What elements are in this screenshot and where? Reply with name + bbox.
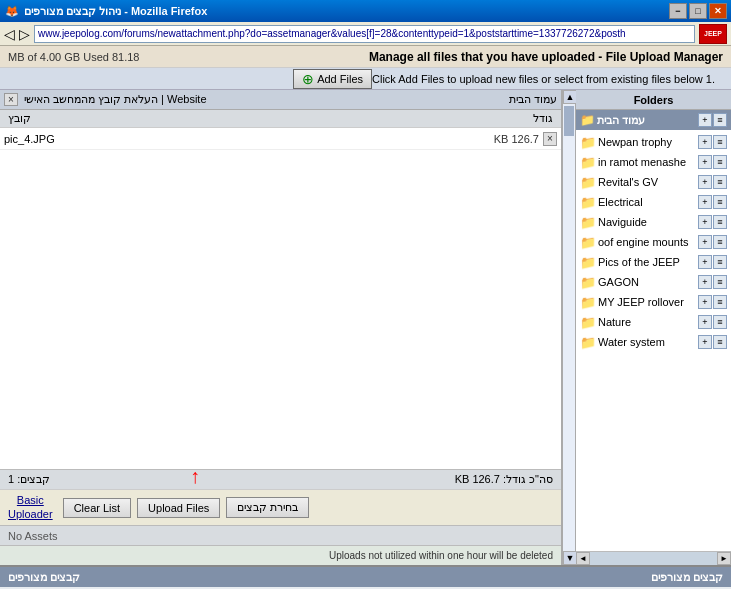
folder-item[interactable]: 📁 oof engine mounts + ≡ — [578, 232, 729, 252]
folder-menu-btn[interactable]: ≡ — [713, 255, 727, 269]
scroll-up-button[interactable]: ▲ — [563, 90, 577, 104]
firefox-icon: 🦊 — [4, 3, 20, 19]
file-sub-header: גודל קובץ — [0, 110, 561, 128]
add-files-button[interactable]: ⊕ Add Files — [293, 69, 372, 89]
folder-actions: + ≡ — [698, 113, 727, 127]
no-assets-text: No Assets — [8, 530, 58, 542]
folders-header: Folders — [576, 90, 731, 110]
basic-uploader-link[interactable]: Basic Uploader — [8, 494, 53, 520]
folder-item-actions: + ≡ — [698, 315, 727, 329]
home-folder-row[interactable]: 📁 עמוד הבית + ≡ — [576, 110, 731, 130]
folder-icon: 📁 — [580, 295, 596, 310]
file-count: קבצים: 1 — [8, 473, 50, 486]
home-folder-label: עמוד הבית — [597, 114, 645, 127]
folder-item[interactable]: 📁 Nature + ≡ — [578, 312, 729, 332]
address-bar: ◁ ▷ JEEP — [0, 22, 731, 46]
folder-item-actions: + ≡ — [698, 255, 727, 269]
no-assets-bar: No Assets — [0, 525, 561, 545]
folder-name: Naviguide — [598, 216, 647, 228]
folder-menu-btn[interactable]: ≡ — [713, 295, 727, 309]
folder-item-left: 📁 Revital's GV — [580, 175, 658, 190]
folder-expand-btn[interactable]: + — [698, 235, 712, 249]
folder-expand-button[interactable]: + — [698, 113, 712, 127]
folder-item-left: 📁 Pics of the JEEP — [580, 255, 680, 270]
folder-item-actions: + ≡ — [698, 215, 727, 229]
folder-item-actions: + ≡ — [698, 275, 727, 289]
folder-menu-btn[interactable]: ≡ — [713, 335, 727, 349]
folder-item[interactable]: 📁 Pics of the JEEP + ≡ — [578, 252, 729, 272]
total-size: סה"כ גודל: KB 126.7 — [455, 473, 553, 486]
folder-item[interactable]: 📁 Water system + ≡ — [578, 332, 729, 352]
folder-name: Water system — [598, 336, 665, 348]
folder-expand-btn[interactable]: + — [698, 195, 712, 209]
folder-name: Newpan trophy — [598, 136, 672, 148]
folder-item[interactable]: 📁 Naviguide + ≡ — [578, 212, 729, 232]
folder-icon: 📁 — [580, 175, 596, 190]
choose-files-button[interactable]: בחירת קבצים — [226, 497, 309, 518]
folder-expand-btn[interactable]: + — [698, 155, 712, 169]
folder-item[interactable]: 📁 Revital's GV + ≡ — [578, 172, 729, 192]
folders-panel: Folders 📁 עמוד הבית + ≡ 📁 Newpan trophy — [576, 90, 731, 565]
folder-expand-btn[interactable]: + — [698, 135, 712, 149]
folder-menu-btn[interactable]: ≡ — [713, 155, 727, 169]
close-button[interactable]: ✕ — [709, 3, 727, 19]
folder-icon: 📁 — [580, 155, 596, 170]
folder-action-button[interactable]: ≡ — [713, 113, 727, 127]
folder-menu-btn[interactable]: ≡ — [713, 215, 727, 229]
scroll-bottom-track — [590, 552, 717, 565]
folder-item-left: 📁 Newpan trophy — [580, 135, 672, 150]
folder-menu-btn[interactable]: ≡ — [713, 135, 727, 149]
main-area: MB of 4.00 GB Used 81.18 Manage all file… — [0, 46, 731, 565]
scroll-down-button[interactable]: ▼ — [563, 551, 577, 565]
folder-name: Pics of the JEEP — [598, 256, 680, 268]
folder-name: Revital's GV — [598, 176, 658, 188]
folder-menu-btn[interactable]: ≡ — [713, 275, 727, 289]
minimize-button[interactable]: − — [669, 3, 687, 19]
folder-icon: 📁 — [580, 275, 596, 290]
folder-expand-btn[interactable]: + — [698, 255, 712, 269]
folder-bottom-scroll: ◄ ► — [576, 551, 731, 565]
folder-name: oof engine mounts — [598, 236, 689, 248]
arrow-indicator: ↑ — [190, 466, 200, 486]
scroll-right-button[interactable]: ► — [717, 552, 731, 565]
folder-menu-btn[interactable]: ≡ — [713, 315, 727, 329]
folder-name: Electrical — [598, 196, 643, 208]
folder-item-left: 📁 MY JEEP rollover — [580, 295, 684, 310]
back-icon[interactable]: ◁ — [4, 26, 15, 42]
file-list: × KB 126.7 pic_4.JPG — [0, 128, 561, 469]
folder-expand-btn[interactable]: + — [698, 335, 712, 349]
table-row: × KB 126.7 pic_4.JPG — [0, 128, 561, 150]
folder-menu-btn[interactable]: ≡ — [713, 175, 727, 189]
scroll-left-button[interactable]: ◄ — [576, 552, 590, 565]
folder-item-left: 📁 GAGON — [580, 275, 639, 290]
folder-item-left: 📁 Electrical — [580, 195, 643, 210]
close-panel-button[interactable]: × — [4, 93, 18, 106]
folder-expand-btn[interactable]: + — [698, 275, 712, 289]
remove-file-button[interactable]: × — [543, 132, 557, 146]
folder-expand-btn[interactable]: + — [698, 295, 712, 309]
maximize-button[interactable]: □ — [689, 3, 707, 19]
clear-list-button[interactable]: Clear List — [63, 498, 131, 518]
content-area: עמוד הבית Website | העלאת קובץ מהמחשב הא… — [0, 90, 731, 565]
folder-expand-btn[interactable]: + — [698, 175, 712, 189]
folder-expand-btn[interactable]: + — [698, 215, 712, 229]
folder-item-actions: + ≡ — [698, 195, 727, 209]
folders-title: Folders — [634, 94, 674, 106]
folder-item-actions: + ≡ — [698, 155, 727, 169]
home-folder-icon: 📁 — [580, 113, 595, 127]
folder-item[interactable]: 📁 in ramot menashe + ≡ — [578, 152, 729, 172]
folder-item[interactable]: 📁 Electrical + ≡ — [578, 192, 729, 212]
folder-menu-btn[interactable]: ≡ — [713, 235, 727, 249]
folder-item[interactable]: 📁 GAGON + ≡ — [578, 272, 729, 292]
folder-expand-btn[interactable]: + — [698, 315, 712, 329]
folder-item[interactable]: 📁 MY JEEP rollover + ≡ — [578, 292, 729, 312]
uploads-note-text: Uploads not utilized within one hour wil… — [329, 550, 553, 561]
home-col-header: עמוד הבית — [509, 93, 557, 106]
forward-icon[interactable]: ▷ — [19, 26, 30, 42]
folder-item[interactable]: 📁 Newpan trophy + ≡ — [578, 132, 729, 152]
folder-menu-btn[interactable]: ≡ — [713, 195, 727, 209]
title-bar: 🦊 ניהול קבצים מצורפים - Mozilla Firefox … — [0, 0, 731, 22]
address-input[interactable] — [34, 25, 695, 43]
bottom-area: קבצים מצורפים קבצים מצורפים .Drag previo… — [0, 565, 731, 589]
upload-files-button[interactable]: Upload Files — [137, 498, 220, 518]
